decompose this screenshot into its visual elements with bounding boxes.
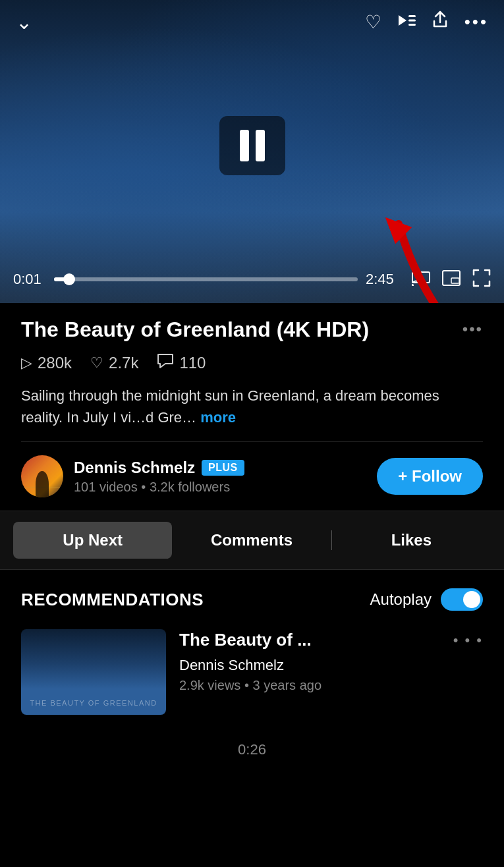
likes-count: 2.7k <box>109 354 138 372</box>
content-area: The Beauty of Greenland (4K HDR) ••• ▷ 2… <box>0 303 504 511</box>
heart-icon[interactable]: ♡ <box>365 11 381 33</box>
rec-video-title: The Beauty of ... <box>179 629 440 652</box>
heart-stat-icon: ♡ <box>90 354 103 372</box>
views-count: 280k <box>38 354 72 372</box>
play-icon: ▷ <box>21 354 32 372</box>
comments-count: 110 <box>179 354 206 372</box>
plus-badge: PLUS <box>202 460 244 476</box>
arrow-annotation <box>359 191 464 303</box>
svg-marker-0 <box>399 15 406 26</box>
follow-button[interactable]: + Follow <box>377 458 483 495</box>
current-time: 0:01 <box>13 271 46 288</box>
svg-rect-3 <box>408 24 416 26</box>
meta-separator: • <box>141 480 150 494</box>
queue-icon[interactable] <box>397 13 416 32</box>
pause-bar-right <box>256 130 265 161</box>
svg-rect-2 <box>408 19 416 21</box>
rec-info: The Beauty of ... Dennis Schmelz 2.9k vi… <box>179 629 440 693</box>
toggle-knob <box>463 591 480 608</box>
rec-more-button[interactable]: • • • <box>453 632 483 649</box>
rec-age: 3 years ago <box>253 678 322 692</box>
title-row: The Beauty of Greenland (4K HDR) ••• <box>21 316 483 343</box>
tab-up-next[interactable]: Up Next <box>13 522 172 559</box>
rec-thumbnail: THE BEAUTY OF GREENLAND <box>21 629 166 715</box>
likes-stat[interactable]: ♡ 2.7k <box>90 354 138 372</box>
bottom-timestamp: 0:26 <box>0 728 504 771</box>
rec-channel-name: Dennis Schmelz <box>179 657 440 674</box>
tabs-row: Up Next Comments Likes <box>13 522 491 559</box>
more-icon[interactable]: ••• <box>464 12 488 32</box>
follower-count: 3.2k followers <box>150 480 230 494</box>
rec-thumbnail-text: THE BEAUTY OF GREENLAND <box>21 699 166 707</box>
chevron-down-icon[interactable]: ⌄ <box>16 11 32 34</box>
playback-time: 0:26 <box>238 741 266 758</box>
autoplay-row: Autoplay <box>370 588 483 611</box>
stats-row: ▷ 280k ♡ 2.7k 110 <box>21 353 483 373</box>
progress-thumb[interactable] <box>63 273 75 285</box>
comments-stat[interactable]: 110 <box>157 353 206 373</box>
svg-rect-1 <box>408 15 416 17</box>
pause-button[interactable] <box>219 116 285 175</box>
rec-meta-sep: • <box>244 678 253 692</box>
rec-title: RECOMMENDATIONS <box>21 590 204 610</box>
channel-name[interactable]: Dennis Schmelz <box>74 459 195 477</box>
tab-likes[interactable]: Likes <box>332 522 491 559</box>
autoplay-label: Autoplay <box>370 590 432 609</box>
comment-icon <box>157 353 174 373</box>
divider <box>21 441 483 442</box>
recommendations-section: RECOMMENDATIONS Autoplay THE BEAUTY OF G… <box>0 570 504 728</box>
rec-header: RECOMMENDATIONS Autoplay <box>21 588 483 611</box>
tab-comments[interactable]: Comments <box>172 522 331 559</box>
video-player[interactable]: ⌄ ♡ ••• <box>0 0 504 303</box>
rec-item-right[interactable]: • • • <box>453 629 483 649</box>
share-icon[interactable] <box>432 11 449 34</box>
progress-bar[interactable] <box>54 277 358 281</box>
pause-bar-left <box>240 130 249 161</box>
video-topbar: ⌄ ♡ ••• <box>0 0 504 44</box>
rec-item[interactable]: THE BEAUTY OF GREENLAND The Beauty of ..… <box>21 629 483 715</box>
video-description: Sailing through the midnight sun in Gree… <box>21 385 483 428</box>
channel-row: Dennis Schmelz PLUS 101 videos • 3.2k fo… <box>21 455 483 497</box>
video-more-button[interactable]: ••• <box>462 316 483 339</box>
views-stat: ▷ 280k <box>21 354 72 372</box>
rec-meta: 2.9k views • 3 years ago <box>179 678 440 693</box>
autoplay-toggle[interactable] <box>441 588 483 611</box>
avatar-silhouette <box>36 471 49 497</box>
video-count: 101 videos <box>74 480 138 494</box>
fullscreen-icon[interactable] <box>472 269 491 290</box>
more-link[interactable]: more <box>200 409 236 426</box>
channel-info: Dennis Schmelz PLUS 101 videos • 3.2k fo… <box>74 459 244 495</box>
tabs-section: Up Next Comments Likes <box>0 511 504 570</box>
channel-meta: 101 videos • 3.2k followers <box>74 480 244 495</box>
avatar[interactable] <box>21 455 63 497</box>
video-title: The Beauty of Greenland (4K HDR) <box>21 316 462 343</box>
rec-views: 2.9k views <box>179 678 240 692</box>
